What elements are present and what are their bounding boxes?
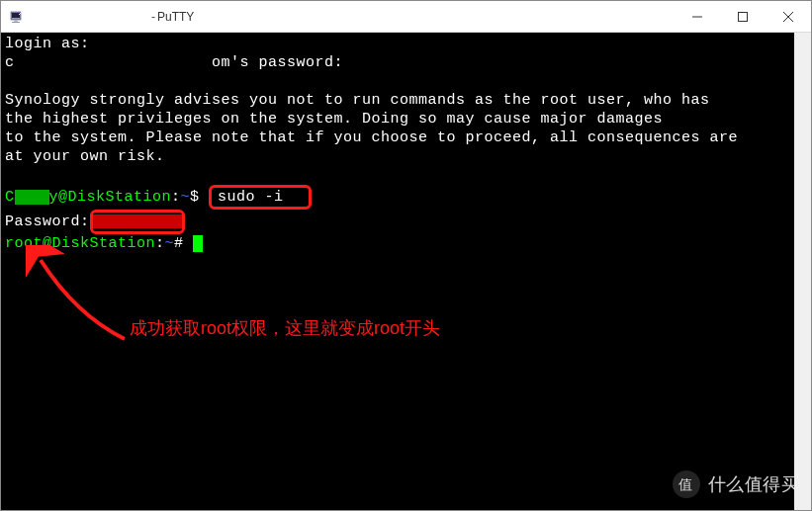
password-line: Password: <box>5 210 807 234</box>
watermark: 值 什么值得买 <box>673 470 800 498</box>
svg-rect-1 <box>12 13 20 18</box>
terminal-area[interactable]: login as: c om's password: Synology stro… <box>1 33 811 510</box>
pw-label: Password: <box>5 213 90 230</box>
redacted-host <box>31 11 149 23</box>
redacted-user <box>99 37 160 51</box>
cursor <box>193 235 203 252</box>
pw-highlight <box>90 210 185 234</box>
sudo-highlight: sudo -i <box>209 185 312 210</box>
login-line: login as: <box>5 35 807 53</box>
up-colon: : <box>171 189 181 206</box>
maximize-button[interactable] <box>720 1 766 32</box>
watermark-text: 什么值得买 <box>708 475 800 494</box>
up-host: y@DiskStation <box>49 189 172 206</box>
svg-rect-2 <box>14 20 18 22</box>
maximize-icon <box>738 12 748 22</box>
scrollbar[interactable] <box>794 33 811 510</box>
login-prompt: login as: <box>5 36 99 52</box>
watermark-logo: 值 <box>673 470 700 498</box>
sudo-cmd: sudo -i <box>218 189 284 206</box>
pw-suffix: om's password: <box>212 54 343 71</box>
warning-1: Synology strongly advises you not to run… <box>5 91 807 110</box>
root-prompt-line: root@DiskStation:~# <box>5 234 807 253</box>
redacted-pw2 <box>113 55 212 70</box>
close-icon <box>783 12 793 22</box>
svg-rect-5 <box>739 12 748 21</box>
close-button[interactable] <box>766 1 811 32</box>
password-prompt-line: c om's password: <box>5 53 807 72</box>
blank-1 <box>5 72 807 91</box>
annotation-text: 成功获取root权限，这里就变成root开头 <box>130 319 440 338</box>
title-separator: - <box>151 10 155 24</box>
rp-colon: : <box>155 235 165 252</box>
rp-path: ~ <box>165 235 175 252</box>
minimize-icon <box>692 12 702 22</box>
app-name: PuTTY <box>157 10 194 24</box>
minimize-button[interactable] <box>675 1 720 32</box>
up-dollar: $ <box>190 189 209 206</box>
titlebar[interactable]: - PuTTY <box>1 1 811 33</box>
annotation-arrow <box>26 245 135 344</box>
redacted-pw-box <box>93 214 182 228</box>
up-path: ~ <box>181 189 191 206</box>
rp-hash: # <box>174 235 193 252</box>
rp-host: root@DiskStation <box>5 235 155 252</box>
blank-2 <box>5 166 807 185</box>
putty-window: - PuTTY login as: c om's password: Synol… <box>0 0 812 511</box>
user-prompt-line: Cy@DiskStation:~$ sudo -i <box>5 185 807 210</box>
putty-icon <box>9 9 25 25</box>
window-controls <box>675 1 811 32</box>
warning-3: to the system. Please note that if you c… <box>5 128 807 147</box>
warning-2: the highest privileges on the system. Do… <box>5 110 807 128</box>
pw-prefix: c <box>5 54 15 71</box>
redacted-user2 <box>15 190 49 205</box>
svg-rect-3 <box>12 22 20 23</box>
redacted-pw1 <box>15 55 104 70</box>
up-prefix: C <box>5 189 15 206</box>
window-title: - PuTTY <box>31 10 675 24</box>
warning-4: at your own risk. <box>5 147 807 166</box>
